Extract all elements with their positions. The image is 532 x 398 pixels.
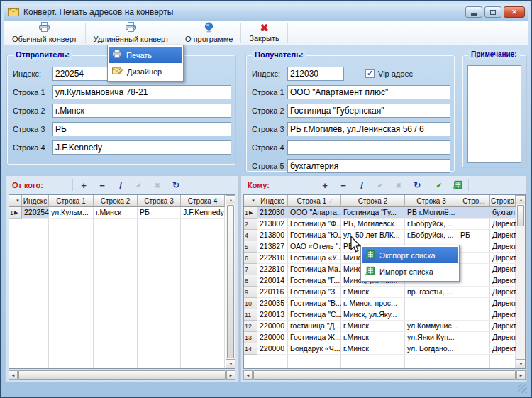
- table-row[interactable]: 1▶212030ООО "Апарта...Гостиница "Гу...РБ…: [244, 207, 516, 219]
- table-cell[interactable]: Минск, ул.Яку...: [341, 309, 405, 321]
- recipient-line3-input[interactable]: [287, 122, 450, 136]
- table-row[interactable]: 14220000Бондарук «Ч...г.Минскул. Богдано…: [244, 343, 516, 355]
- table-row[interactable]: 11220013Гостиница "С...Минск, ул.Яку...Д…: [244, 309, 516, 321]
- table-cell[interactable]: [458, 332, 490, 343]
- table-cell[interactable]: [405, 298, 458, 309]
- column-header[interactable]: Строка 3: [138, 195, 181, 207]
- table-cell[interactable]: г.Минск: [94, 207, 138, 219]
- table-cell[interactable]: г.Бобруйск, ...: [405, 219, 458, 230]
- grid-vscrollbar[interactable]: ▲▼: [516, 195, 525, 368]
- table-cell[interactable]: Директ: [490, 287, 516, 298]
- table-cell[interactable]: Директ: [490, 321, 516, 332]
- column-header[interactable]: Строка: [490, 195, 516, 207]
- table-cell[interactable]: Гостиница "Ю...: [288, 230, 341, 241]
- scroll-right-icon[interactable]: ►: [516, 370, 526, 380]
- table-cell[interactable]: ул.Кульм...: [49, 207, 94, 219]
- delete-record-icon[interactable]: −: [334, 179, 353, 192]
- column-header[interactable]: Индекс: [257, 195, 288, 207]
- grid-body[interactable]: 1▶220254ул.Кульм...г.МинскРБJ.F.Kennedy: [9, 207, 226, 368]
- titlebar[interactable]: Конверт. Печать адресов на конверты ✕: [4, 4, 528, 21]
- maximize-button[interactable]: [484, 6, 501, 18]
- table-cell[interactable]: Директ: [490, 343, 516, 355]
- sender-line2-input[interactable]: [52, 104, 231, 118]
- table-row[interactable]: 9220116Гостиница "З...г.Минскпр. газеты,…: [244, 287, 516, 298]
- table-cell[interactable]: гостиница "Д...: [288, 321, 341, 332]
- table-cell[interactable]: пр. газеты, ...: [405, 287, 458, 298]
- table-cell[interactable]: Директ: [490, 219, 516, 230]
- scroll-right-icon[interactable]: ►: [226, 370, 235, 380]
- grid-corner-selector[interactable]: ▼: [9, 195, 22, 207]
- minimize-button[interactable]: [465, 6, 482, 18]
- table-cell[interactable]: г. Минск, прос...: [341, 298, 405, 309]
- table-cell[interactable]: Гостиница "В...: [288, 298, 341, 309]
- table-cell[interactable]: Гостиница «У...: [288, 253, 341, 264]
- table-row[interactable]: 12220000гостиница "Д...г.Минскул.Коммуни…: [244, 321, 516, 332]
- table-cell[interactable]: [458, 287, 490, 298]
- from-grid-hscrollbar[interactable]: ◄►: [9, 370, 235, 380]
- table-cell[interactable]: Директ: [490, 309, 516, 321]
- resize-grip[interactable]: [518, 384, 527, 393]
- table-cell[interactable]: J.F.Kennedy: [181, 207, 225, 219]
- recipient-line5-input[interactable]: [287, 159, 450, 173]
- menu-item-import-list[interactable]: Импорт списка: [362, 263, 458, 280]
- excel-export-icon[interactable]: [448, 179, 467, 192]
- column-header[interactable]: Строка 1: [49, 195, 94, 207]
- sender-line1-input[interactable]: [52, 85, 231, 99]
- table-cell[interactable]: Гостиница "Г...: [288, 275, 341, 287]
- vip-checkbox[interactable]: ✓: [365, 69, 375, 78]
- column-header[interactable]: Строка 3: [405, 195, 458, 207]
- table-row[interactable]: 13220000Гостиница Ж...г.Минскул.Янки Куп…: [244, 332, 516, 343]
- table-cell[interactable]: 213800: [257, 230, 288, 241]
- table-cell[interactable]: ул.Янки Куп...: [405, 332, 458, 343]
- table-cell[interactable]: г.Минск: [341, 321, 405, 332]
- menu-item-designer[interactable]: Дизайнер: [109, 63, 182, 79]
- table-cell[interactable]: Гостиница Ма...: [288, 264, 341, 275]
- table-cell[interactable]: 220000: [257, 332, 288, 343]
- scroll-up-icon[interactable]: ▲: [516, 195, 526, 204]
- about-button[interactable]: О программе: [178, 21, 240, 45]
- table-cell[interactable]: 220035: [257, 298, 288, 309]
- table-cell[interactable]: ул.Коммунис...: [405, 321, 458, 332]
- table-cell[interactable]: Бондарук «Ч...: [288, 343, 341, 355]
- long-envelope-button[interactable]: Удлинённый конверт: [87, 21, 176, 45]
- table-cell[interactable]: Гостиница "С...: [288, 309, 341, 321]
- sender-line3-input[interactable]: [52, 122, 231, 136]
- table-cell[interactable]: бухгалт: [490, 207, 516, 219]
- table-cell[interactable]: Гостиница "Гу...: [341, 207, 405, 219]
- table-cell[interactable]: РБ, Могилёвск...: [341, 219, 405, 230]
- table-cell[interactable]: 220014: [257, 275, 288, 287]
- confirm-check-icon[interactable]: ✔: [430, 179, 448, 192]
- column-header[interactable]: Строка 4: [181, 195, 225, 207]
- refresh-icon[interactable]: ↻: [408, 179, 426, 192]
- recipient-line1-input[interactable]: [287, 85, 450, 99]
- edit-record-icon[interactable]: /: [111, 179, 130, 192]
- vscroll-thumb[interactable]: [227, 205, 234, 358]
- table-cell[interactable]: г.Минск: [341, 287, 405, 298]
- table-cell[interactable]: 213827: [257, 241, 288, 253]
- table-cell[interactable]: [458, 264, 490, 275]
- to-grid[interactable]: ▼ИндексСтрока 1∕Строка 2Строка 3Стро...С…: [243, 194, 526, 369]
- close-app-button[interactable]: ✖ Закрыть: [242, 21, 286, 45]
- table-cell[interactable]: [458, 219, 490, 230]
- table-cell[interactable]: РБ г.Могилё...: [405, 207, 458, 219]
- table-cell[interactable]: 220000: [257, 343, 288, 355]
- table-cell[interactable]: г.Бобруйск, ...: [405, 230, 458, 241]
- table-cell[interactable]: 212030: [257, 207, 288, 219]
- table-cell[interactable]: РБ: [138, 207, 181, 219]
- table-row[interactable]: 10220035Гостиница "В...г. Минск, прос...…: [244, 298, 516, 309]
- add-record-icon[interactable]: +: [316, 179, 334, 192]
- table-cell[interactable]: РБ: [458, 230, 490, 241]
- table-cell[interactable]: ООО "Апарта...: [288, 207, 341, 219]
- table-row[interactable]: 1▶220254ул.Кульм...г.МинскРБJ.F.Kennedy: [9, 207, 225, 219]
- hscroll-thumb[interactable]: [18, 370, 226, 380]
- table-cell[interactable]: ОАО «Отель "...: [288, 241, 341, 253]
- close-button[interactable]: ✕: [504, 6, 525, 18]
- table-cell[interactable]: 220254: [22, 207, 49, 219]
- scroll-down-icon[interactable]: ▼: [226, 359, 235, 368]
- scroll-down-icon[interactable]: ▼: [516, 359, 526, 368]
- table-cell[interactable]: г.Минск: [341, 343, 405, 355]
- add-record-icon[interactable]: +: [74, 179, 93, 192]
- menu-item-print[interactable]: Печать: [109, 47, 182, 63]
- table-cell[interactable]: Директ: [490, 298, 516, 309]
- table-cell[interactable]: [458, 309, 490, 321]
